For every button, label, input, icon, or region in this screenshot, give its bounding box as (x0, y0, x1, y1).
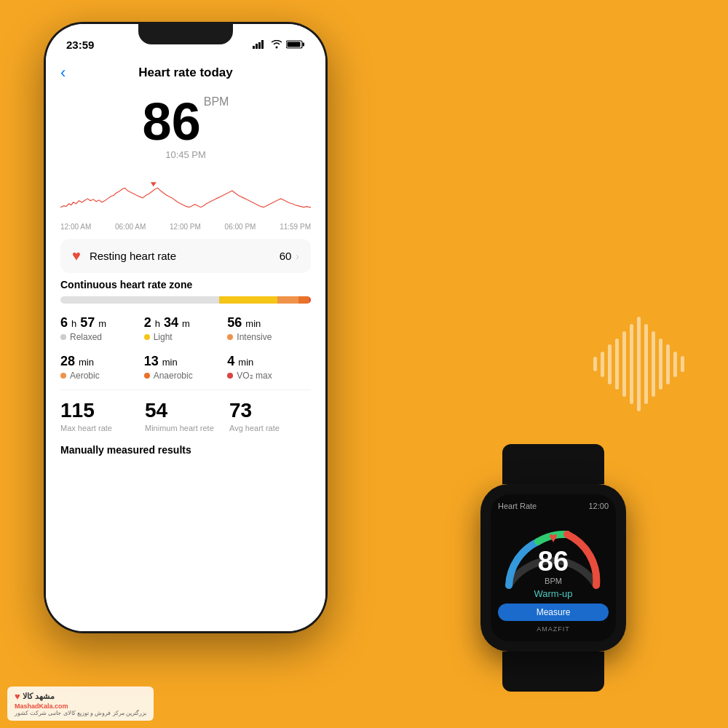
wave-bar (673, 352, 677, 377)
min-hr-label: Minimum heart rete (145, 424, 226, 432)
bpm-time: 10:45 PM (60, 149, 311, 160)
stats-grid: 115 Max heart rate 54 Minimum heart rete… (60, 399, 311, 432)
min-heart-rate: 54 Minimum heart rete (145, 399, 226, 432)
zone-anaerobic-value: 13 min (144, 354, 228, 369)
resting-heart-rate-card[interactable]: ♥ Resting heart rate 60 › (60, 239, 311, 273)
battery-icon (286, 40, 305, 49)
watch-heart-icon: ♥ (538, 529, 569, 546)
back-button[interactable]: ‹ (60, 63, 66, 82)
zone-grid: 6 h 57 m Relaxed 2 h 34 m Lig (60, 312, 311, 384)
zone-section: Continuous heart rate zone 6 h 57 m (60, 279, 311, 384)
zone-intensive: 56 min Intensive (227, 312, 311, 345)
svg-rect-7 (288, 42, 301, 47)
wave-bar (637, 317, 641, 411)
zone-aerobic-label: Aerobic (60, 371, 144, 381)
wave-bar (666, 344, 670, 384)
phone-notch (138, 24, 233, 44)
wave-bar (630, 324, 633, 404)
zone-vo2-label: VO₂ max (227, 371, 311, 381)
zone-relaxed-label: Relaxed (60, 332, 144, 342)
dot-red (227, 373, 233, 379)
dot-orange3 (144, 373, 150, 379)
watermark-site: MashadKala.com (15, 703, 146, 710)
watermark-name: مشهد کالا (23, 692, 55, 701)
watch-band-top (502, 444, 604, 484)
watch-body: Heart Rate 12:00 ♥ 86 BPM Warm-up Measur… (480, 484, 626, 652)
avg-heart-rate: 73 Avg heart rate (229, 399, 311, 432)
zone-vo2-value: 4 min (227, 354, 311, 369)
watch-time: 12:00 (588, 502, 609, 510)
zone-intensive-value: 56 min (227, 315, 311, 331)
dot-gray (60, 334, 66, 340)
zone-relaxed-bar (60, 296, 219, 304)
watermark-top: ♥ مشهد کالا (15, 691, 146, 702)
wave-bar (659, 339, 662, 389)
dot-yellow (144, 334, 150, 340)
heart-icon: ♥ (72, 248, 81, 264)
zone-max-bar (309, 296, 311, 304)
manual-title: Manually measured results (60, 444, 311, 456)
avg-hr-label: Avg heart rate (229, 424, 311, 432)
watch-brand: AMAZFIT (537, 625, 570, 633)
wave-bar (644, 324, 648, 404)
chart-label-5: 11:59 PM (280, 223, 311, 231)
app-header: ‹ Heart rate today (60, 56, 311, 88)
avg-hr-value: 73 (229, 399, 311, 422)
max-heart-rate: 115 Max heart rate (60, 399, 142, 432)
zone-relaxed: 6 h 57 m Relaxed (60, 312, 144, 345)
bpm-section: 86BPM 10:45 PM (60, 88, 311, 163)
zone-anaerobic-label: Anaerobic (144, 371, 228, 381)
zone-aerobic: 28 min Aerobic (60, 351, 144, 384)
max-hr-label: Max heart rate (60, 424, 142, 432)
svg-rect-3 (261, 40, 264, 49)
watch-measure-button[interactable]: Measure (498, 604, 609, 621)
smartwatch: Heart Rate 12:00 ♥ 86 BPM Warm-up Measur… (466, 444, 641, 670)
wave-bar (593, 357, 597, 371)
svg-point-4 (276, 47, 278, 49)
svg-rect-1 (256, 44, 258, 49)
dot-orange2 (60, 373, 66, 379)
zone-aerobic-bar (298, 296, 309, 304)
zone-light-label: Light (144, 332, 228, 342)
status-time: 23:59 (66, 39, 94, 51)
zone-intensive-bar (277, 296, 298, 304)
watch-title: Heart Rate (498, 502, 537, 510)
chevron-right-icon: › (296, 250, 299, 262)
zone-title: Continuous heart rate zone (60, 279, 311, 290)
bpm-unit: BPM (204, 95, 229, 108)
watermark: ♥ مشهد کالا MashadKala.com بزرگترین مرکز… (7, 687, 154, 721)
zone-light-bar (219, 296, 277, 304)
zone-intensive-label: Intensive (227, 332, 311, 342)
chart-label-1: 12:00 AM (60, 223, 91, 231)
screen-content: ‹ Heart rate today 86BPM 10:45 PM (46, 56, 325, 631)
zone-relaxed-value: 6 h 57 m (60, 315, 144, 331)
watch-band-bottom (502, 652, 604, 692)
zone-light-value: 2 h 34 m (144, 315, 228, 331)
wifi-icon (271, 40, 282, 49)
heart-rate-chart: 12:00 AM 06:00 AM 12:00 PM 06:00 PM 11:5… (60, 167, 311, 233)
svg-rect-6 (303, 43, 305, 47)
watch-screen: Heart Rate 12:00 ♥ 86 BPM Warm-up Measur… (491, 494, 616, 641)
status-icons (253, 40, 305, 49)
signal-icon (253, 40, 267, 49)
svg-rect-2 (258, 42, 261, 49)
stats-section: 115 Max heart rate 54 Minimum heart rete… (60, 389, 311, 432)
wave-bar (681, 356, 684, 372)
wave-bar (601, 352, 604, 377)
dot-orange (227, 334, 233, 340)
sound-waves (593, 317, 684, 411)
resting-value: 60 (280, 250, 292, 262)
wave-bar (615, 339, 619, 389)
chart-svg (60, 167, 311, 218)
page-title: Heart rate today (138, 66, 232, 80)
zone-light: 2 h 34 m Light (144, 312, 228, 345)
watch-header: Heart Rate 12:00 (498, 502, 609, 510)
manual-section: Manually measured results (60, 435, 311, 459)
chart-label-3: 12:00 PM (170, 223, 201, 231)
zone-vo2: 4 min VO₂ max (227, 351, 311, 384)
wave-bar (608, 344, 612, 384)
max-hr-value: 115 (60, 399, 142, 422)
wave-bar (622, 331, 626, 397)
bpm-value: 86 (143, 95, 201, 148)
watermark-desc: بزرگترین مرکز فروش و توزیع کالای جانبی ش… (15, 710, 146, 716)
